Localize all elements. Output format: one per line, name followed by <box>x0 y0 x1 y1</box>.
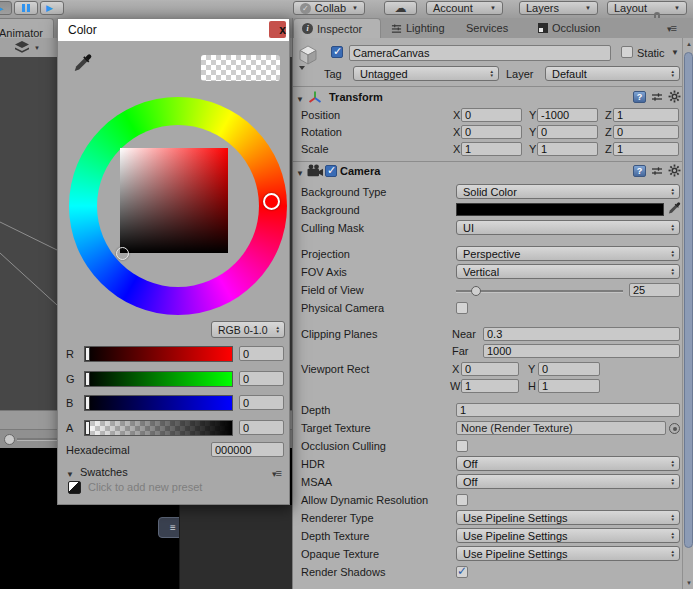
allow-dynamic-resolution-checkbox[interactable] <box>456 494 468 506</box>
scrollbar-thumb[interactable] <box>684 52 693 548</box>
inspector-pane-menu[interactable] <box>667 22 676 34</box>
channel-r-slider[interactable] <box>84 346 233 362</box>
static-dropdown-caret[interactable]: ▼ <box>671 48 679 57</box>
physical-camera-checkbox[interactable] <box>456 302 468 314</box>
color-format-dropdown[interactable]: RGB 0-1.0 <box>211 321 285 338</box>
viewport-y-field[interactable] <box>538 362 600 376</box>
channel-g-handle[interactable] <box>85 372 90 386</box>
color-window-titlebar[interactable]: Color x <box>58 19 289 41</box>
occlusion-culling-checkbox[interactable] <box>456 440 468 452</box>
msaa-dropdown[interactable]: Off <box>456 474 680 489</box>
close-button[interactable]: x <box>269 21 286 38</box>
updown-arrows-icon <box>671 532 675 540</box>
position-z-field[interactable] <box>613 108 679 122</box>
swatches-menu-icon[interactable] <box>272 467 281 479</box>
channel-r-handle[interactable] <box>85 347 90 361</box>
depth-field[interactable] <box>456 403 680 417</box>
camera-foldout[interactable] <box>296 166 304 178</box>
background-color-swatch[interactable] <box>456 203 664 216</box>
viewport-x-field[interactable] <box>461 362 519 376</box>
scale-x-field[interactable] <box>461 142 522 156</box>
fov-slider-track[interactable] <box>456 290 623 293</box>
preset-icon[interactable] <box>651 165 663 177</box>
help-icon[interactable] <box>633 165 646 177</box>
background-type-dropdown[interactable]: Solid Color <box>456 184 680 199</box>
chevron-down-icon[interactable]: ▼ <box>34 45 40 51</box>
viewport-w-field[interactable] <box>461 379 519 393</box>
tab-lighting[interactable]: Lighting <box>383 18 453 38</box>
gameobject-name-field[interactable] <box>349 45 611 61</box>
hdr-dropdown[interactable]: Off <box>456 456 680 471</box>
channel-b-field[interactable] <box>239 395 284 410</box>
channel-g-slider[interactable] <box>84 371 233 387</box>
account-dropdown[interactable]: Account <box>426 1 503 15</box>
layers-stack-icon[interactable] <box>12 41 32 55</box>
target-texture-field[interactable]: None (Render Texture) <box>456 421 666 435</box>
position-x-field[interactable] <box>461 108 522 122</box>
collab-button[interactable]: Collab <box>293 1 365 15</box>
step-button[interactable]: ▶ <box>40 1 64 15</box>
pause-button[interactable] <box>14 1 38 15</box>
camera-enable-checkbox[interactable] <box>325 165 337 177</box>
preview-slider-handle[interactable] <box>4 434 15 445</box>
render-shadows-checkbox[interactable] <box>456 566 468 578</box>
saturation-value-selector[interactable] <box>116 247 129 260</box>
fov-axis-dropdown[interactable]: Vertical <box>456 264 680 279</box>
rotation-x-field[interactable] <box>461 125 522 139</box>
play-button[interactable]: ▶ <box>0 1 12 15</box>
fov-slider-handle[interactable] <box>471 286 481 296</box>
eyedropper-icon[interactable] <box>72 51 94 73</box>
layers-dropdown[interactable]: Layers <box>519 1 598 15</box>
layer-dropdown[interactable]: Default <box>545 66 680 81</box>
hue-selector[interactable] <box>263 193 280 210</box>
channel-a-slider[interactable] <box>84 420 233 436</box>
tag-dropdown[interactable]: Untagged <box>353 66 499 81</box>
add-preset-hint: Click to add new preset <box>88 481 202 493</box>
swatch-preset-row[interactable]: Click to add new preset <box>58 481 291 501</box>
background-label: Background <box>301 204 360 216</box>
inspector-scrollbar[interactable]: ▲ ▼ <box>682 38 693 589</box>
culling-mask-dropdown[interactable]: UI <box>456 220 680 235</box>
gameobject-enable-checkbox[interactable] <box>331 46 343 58</box>
channel-a-field[interactable] <box>239 420 284 435</box>
eyedropper-icon[interactable] <box>667 200 682 215</box>
position-y-field[interactable] <box>537 108 598 122</box>
cloud-button[interactable] <box>384 1 417 15</box>
hexadecimal-field[interactable] <box>211 442 284 457</box>
scale-z-field[interactable] <box>613 142 679 156</box>
preset-icon[interactable] <box>651 91 663 103</box>
rotation-z-field[interactable] <box>613 125 679 139</box>
transform-foldout[interactable] <box>296 92 304 104</box>
channel-b-handle[interactable] <box>85 396 90 410</box>
object-picker-icon[interactable] <box>669 423 680 434</box>
gear-icon[interactable] <box>668 164 681 177</box>
layout-dropdown[interactable]: Layout <box>607 1 687 15</box>
tab-occlusion[interactable]: Occlusion <box>530 18 608 38</box>
layer-label: Layer <box>506 68 534 80</box>
opaque-texture-dropdown[interactable]: Use Pipeline Settings <box>456 546 680 561</box>
tab-inspector[interactable]: Inspector <box>293 18 381 38</box>
fov-value-field[interactable] <box>629 283 680 297</box>
scale-y-field[interactable] <box>537 142 598 156</box>
static-checkbox[interactable] <box>621 46 633 58</box>
channel-a-handle[interactable] <box>85 421 90 435</box>
tab-services[interactable]: Services <box>458 18 516 38</box>
swatches-foldout[interactable] <box>66 467 74 479</box>
saturation-value-square[interactable] <box>120 148 228 253</box>
rotation-y-field[interactable] <box>537 125 598 139</box>
channel-b-slider[interactable] <box>84 395 233 411</box>
scroll-up-button[interactable]: ▲ <box>683 38 693 50</box>
scroll-down-button[interactable]: ▼ <box>683 577 693 589</box>
renderer-type-dropdown[interactable]: Use Pipeline Settings <box>456 510 680 525</box>
depth-texture-dropdown[interactable]: Use Pipeline Settings <box>456 528 680 543</box>
channel-r-field[interactable] <box>239 346 284 361</box>
tab-lighting-label: Lighting <box>406 22 445 34</box>
gameobject-cube-icon <box>296 44 320 70</box>
help-icon[interactable] <box>633 91 646 103</box>
gear-icon[interactable] <box>668 90 681 103</box>
projection-dropdown[interactable]: Perspective <box>456 246 680 261</box>
channel-g-field[interactable] <box>239 371 284 386</box>
far-field[interactable] <box>483 344 680 358</box>
near-field[interactable] <box>483 327 680 341</box>
viewport-h-field[interactable] <box>538 379 600 393</box>
